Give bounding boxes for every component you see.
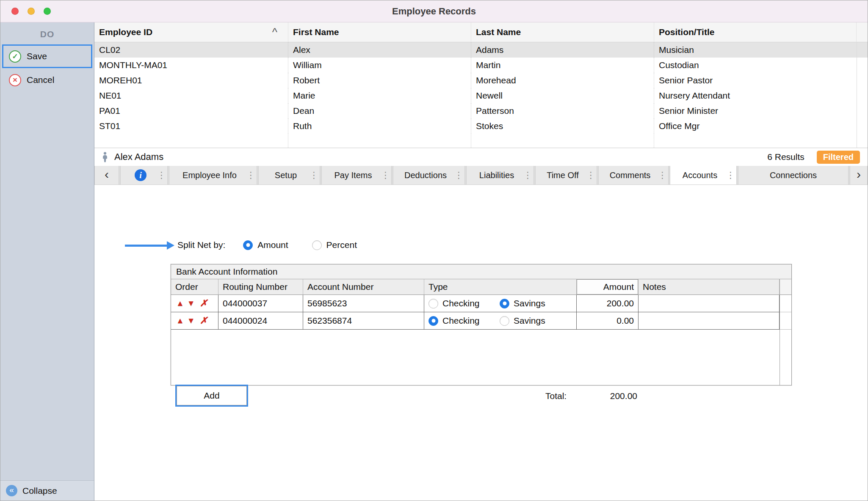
routing-number-field[interactable]: 044000037 [218,295,303,312]
minimize-window-button[interactable] [28,8,35,15]
checking-radio[interactable] [428,299,438,308]
split-percent-option[interactable]: Percent [312,240,357,250]
delete-row-icon[interactable]: ✗ [200,315,207,326]
move-up-icon[interactable]: ▲ [176,316,184,325]
collapse-sidebar-button[interactable]: « Collapse [0,480,94,501]
split-amount-option[interactable]: Amount [243,240,288,250]
employee-row[interactable]: NE01 Marie Newell Nursery Attendant [94,88,868,103]
cell-last-name: Stokes [471,118,654,134]
cell-position: Musician [654,42,857,58]
bank-column-amount[interactable]: Amount [577,279,639,295]
routing-number-field[interactable]: 044000024 [218,312,303,330]
bank-table-header: Order Routing Number Account Number Type… [171,279,791,295]
amount-radio[interactable] [243,240,253,250]
bank-account-box: Bank Account Information Order Routing N… [171,264,792,385]
tabs-scroll-left-button[interactable]: ‹ [94,166,119,184]
tab-menu-icon[interactable]: ⋮ [658,170,665,180]
info-icon: i [135,169,147,181]
filtered-badge[interactable]: Filtered [817,151,860,164]
tab-info[interactable]: i ⋮ [120,166,168,184]
tab-menu-icon[interactable]: ⋮ [157,170,164,180]
delete-row-icon[interactable]: ✗ [200,298,207,309]
tab-deductions[interactable]: Deductions ⋮ [393,166,465,184]
cancel-button[interactable]: × Cancel [3,69,91,91]
zoom-window-button[interactable] [44,8,51,15]
tab-liabilities[interactable]: Liabilities ⋮ [466,166,534,184]
move-down-icon[interactable]: ▼ [187,299,195,308]
account-number-field[interactable]: 56985623 [303,295,424,312]
table-scrollbar[interactable] [857,58,868,73]
table-scrollbar[interactable] [857,118,868,134]
save-button[interactable]: ✓ Save [2,44,92,68]
accounts-panel: Split Net by: Amount Percent Bank Accoun… [94,185,868,501]
bank-scrollbar[interactable] [780,295,791,312]
percent-radio[interactable] [312,240,322,250]
table-scrollbar[interactable] [857,73,868,88]
cell-first-name: Alex [288,42,471,58]
bank-account-row: ▲ ▼ ✗ 044000037 56985623 Checking [171,295,791,312]
cell-first-name: Marie [288,88,471,103]
table-scrollbar[interactable] [857,42,868,58]
tab-menu-icon[interactable]: ⋮ [523,170,530,180]
employee-table-filler [94,134,868,148]
split-net-label: Split Net by: [177,240,225,250]
employee-row[interactable]: CL02 Alex Adams Musician [94,42,868,58]
tab-menu-icon[interactable]: ⋮ [726,170,733,180]
total-label: Total: [545,391,567,401]
tab-menu-icon[interactable]: ⋮ [454,170,461,180]
tab-employee-info[interactable]: Employee Info ⋮ [169,166,257,184]
tabs-scroll-right-button[interactable]: › [850,166,868,184]
tab-time-off[interactable]: Time Off ⋮ [535,166,597,184]
checking-option[interactable]: Checking [428,298,500,308]
tab-pay-items[interactable]: Pay Items ⋮ [321,166,392,184]
employee-row[interactable]: MOREH01 Robert Morehead Senior Pastor [94,73,868,88]
tab-comments[interactable]: Comments ⋮ [598,166,669,184]
tab-menu-icon[interactable]: ⋮ [381,170,388,180]
column-header-position[interactable]: Position/Title [654,22,857,42]
tab-accounts[interactable]: Accounts ⋮ [670,166,737,184]
notes-field[interactable] [639,295,780,312]
tab-connections[interactable]: Connections [738,166,849,184]
tab-setup[interactable]: Setup ⋮ [258,166,320,184]
tab-menu-icon[interactable]: ⋮ [246,170,253,180]
save-button-label: Save [27,51,47,61]
cell-employee-id: NE01 [94,88,288,103]
cell-first-name: William [288,58,471,73]
checking-option[interactable]: Checking [428,316,500,326]
amount-field[interactable]: 200.00 [577,295,639,312]
cell-employee-id: CL02 [94,42,288,58]
column-header-employee-id[interactable]: Employee ID ^ [94,22,288,42]
employee-row[interactable]: MONTHLY-MA01 William Martin Custodian [94,58,868,73]
move-up-icon[interactable]: ▲ [176,299,184,308]
table-scrollbar[interactable] [857,88,868,103]
cancel-button-label: Cancel [27,75,54,85]
bank-column-type: Type [424,279,577,295]
account-number-field[interactable]: 562356874 [303,312,424,330]
move-down-icon[interactable]: ▼ [187,316,195,325]
add-account-button[interactable]: Add [177,386,247,405]
notes-field[interactable] [639,312,780,330]
savings-option[interactable]: Savings [500,298,545,308]
employee-row[interactable]: PA01 Dean Patterson Senior Minister [94,103,868,118]
savings-radio[interactable] [500,316,509,326]
checking-radio[interactable] [428,316,438,326]
cell-employee-id: MOREH01 [94,73,288,88]
bank-scrollbar[interactable] [780,312,791,330]
table-scrollbar[interactable] [857,103,868,118]
sidebar-header: DO [0,22,94,44]
tab-menu-icon[interactable]: ⋮ [310,170,316,180]
savings-radio[interactable] [500,299,509,308]
cell-first-name: Ruth [288,118,471,134]
savings-option[interactable]: Savings [500,316,545,326]
column-header-first-name[interactable]: First Name [288,22,471,42]
close-window-button[interactable] [11,8,19,15]
tab-menu-icon[interactable]: ⋮ [586,170,593,180]
cell-last-name: Newell [471,88,654,103]
cell-position: Nursery Attendant [654,88,857,103]
employee-row[interactable]: ST01 Ruth Stokes Office Mgr [94,118,868,134]
bank-column-notes: Notes [639,279,780,295]
column-header-last-name[interactable]: Last Name [471,22,654,42]
collapse-icon: « [6,485,17,496]
amount-field[interactable]: 0.00 [577,312,639,330]
person-icon [100,151,110,163]
